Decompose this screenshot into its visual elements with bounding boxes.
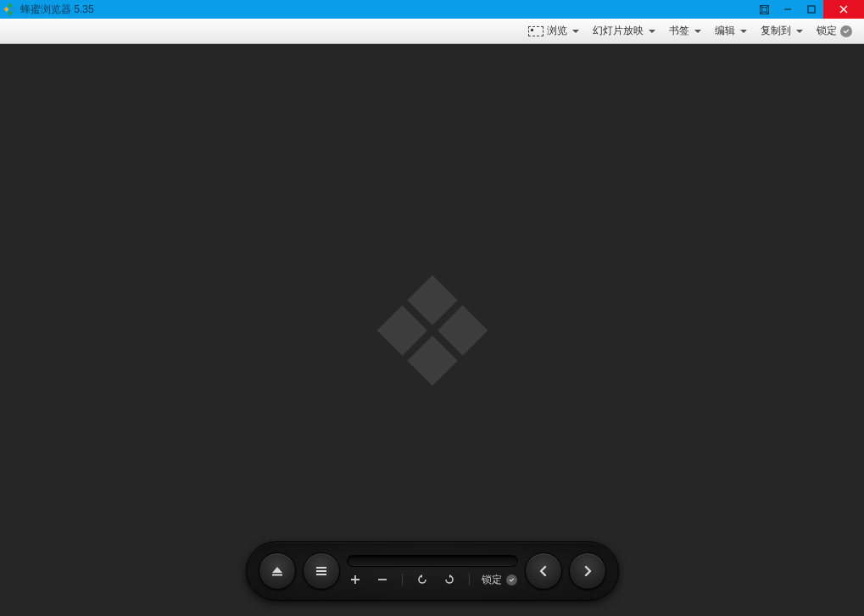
svg-rect-2 bbox=[4, 7, 9, 12]
edit-label: 编辑 bbox=[715, 24, 735, 38]
svg-rect-13 bbox=[316, 567, 326, 569]
svg-rect-1 bbox=[11, 7, 16, 12]
progress-track[interactable] bbox=[347, 555, 518, 567]
svg-rect-5 bbox=[761, 7, 766, 12]
control-bar: 锁定 bbox=[246, 541, 619, 601]
control-lock-label: 锁定 bbox=[482, 573, 502, 587]
chevron-down-icon bbox=[694, 30, 701, 33]
browse-icon bbox=[528, 26, 543, 36]
rotate-right-button[interactable] bbox=[442, 572, 457, 587]
browse-menu[interactable]: 浏览 bbox=[523, 21, 584, 42]
svg-rect-15 bbox=[316, 574, 326, 575]
prev-button[interactable] bbox=[525, 552, 562, 590]
copy-to-label: 复制到 bbox=[761, 24, 791, 38]
rotate-left-button[interactable] bbox=[415, 572, 430, 587]
copy-to-menu[interactable]: 复制到 bbox=[755, 21, 808, 42]
check-circle-icon bbox=[840, 25, 852, 37]
zoom-in-button[interactable] bbox=[348, 572, 363, 587]
placeholder-logo bbox=[373, 271, 492, 390]
separator bbox=[402, 574, 403, 585]
bookmark-menu[interactable]: 书签 bbox=[664, 21, 706, 42]
minimize-button[interactable] bbox=[776, 0, 800, 19]
window-controls bbox=[752, 0, 864, 19]
app-title: 蜂蜜浏览器 5.35 bbox=[20, 3, 94, 17]
fullscreen-button[interactable] bbox=[752, 0, 776, 19]
close-button[interactable] bbox=[823, 0, 864, 19]
control-row: 锁定 bbox=[347, 572, 518, 587]
chevron-down-icon bbox=[649, 30, 655, 33]
slideshow-label: 幻灯片放映 bbox=[593, 24, 644, 38]
lock-label: 锁定 bbox=[817, 24, 837, 38]
control-mid: 锁定 bbox=[347, 547, 518, 595]
nav-buttons bbox=[525, 552, 606, 590]
edit-menu[interactable]: 编辑 bbox=[710, 21, 752, 42]
chevron-down-icon bbox=[796, 30, 803, 33]
svg-rect-0 bbox=[8, 3, 13, 8]
check-circle-icon bbox=[506, 574, 517, 585]
eject-button[interactable] bbox=[259, 552, 296, 590]
chevron-down-icon bbox=[740, 30, 747, 33]
titlebar: 蜂蜜浏览器 5.35 bbox=[0, 0, 864, 19]
browse-label: 浏览 bbox=[547, 24, 567, 38]
list-button[interactable] bbox=[303, 552, 340, 590]
svg-rect-3 bbox=[8, 10, 13, 15]
next-button[interactable] bbox=[569, 552, 606, 590]
control-lock-toggle[interactable]: 锁定 bbox=[482, 573, 517, 587]
svg-rect-12 bbox=[272, 574, 282, 576]
svg-rect-7 bbox=[808, 6, 815, 13]
toolbar: 浏览 幻灯片放映 书签 编辑 复制到 锁定 bbox=[0, 19, 864, 44]
bookmark-label: 书签 bbox=[669, 24, 689, 38]
image-view[interactable]: 锁定 bbox=[0, 44, 864, 616]
separator bbox=[469, 574, 470, 585]
maximize-button[interactable] bbox=[800, 0, 823, 19]
app-icon bbox=[3, 3, 17, 16]
svg-rect-14 bbox=[316, 570, 326, 572]
lock-toggle[interactable]: 锁定 bbox=[811, 21, 857, 42]
chevron-down-icon bbox=[572, 30, 579, 33]
slideshow-menu[interactable]: 幻灯片放映 bbox=[588, 21, 661, 42]
zoom-out-button[interactable] bbox=[375, 572, 390, 587]
